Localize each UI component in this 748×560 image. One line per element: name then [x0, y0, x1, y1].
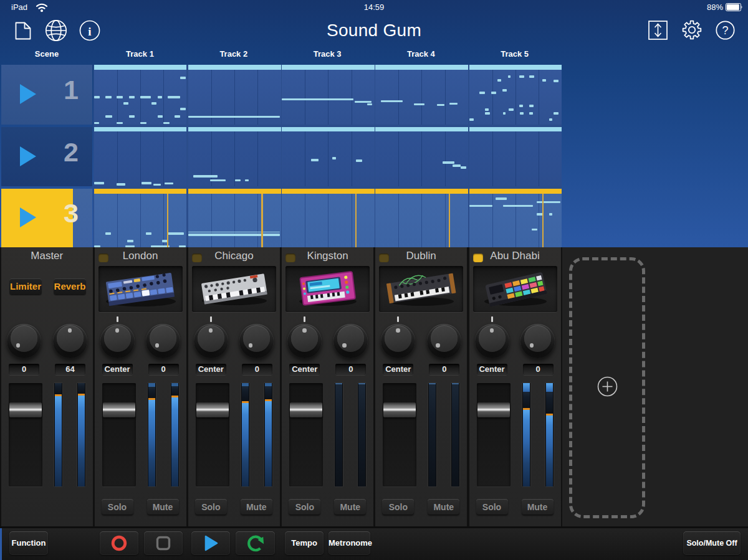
svg-text:?: ?	[722, 24, 728, 37]
